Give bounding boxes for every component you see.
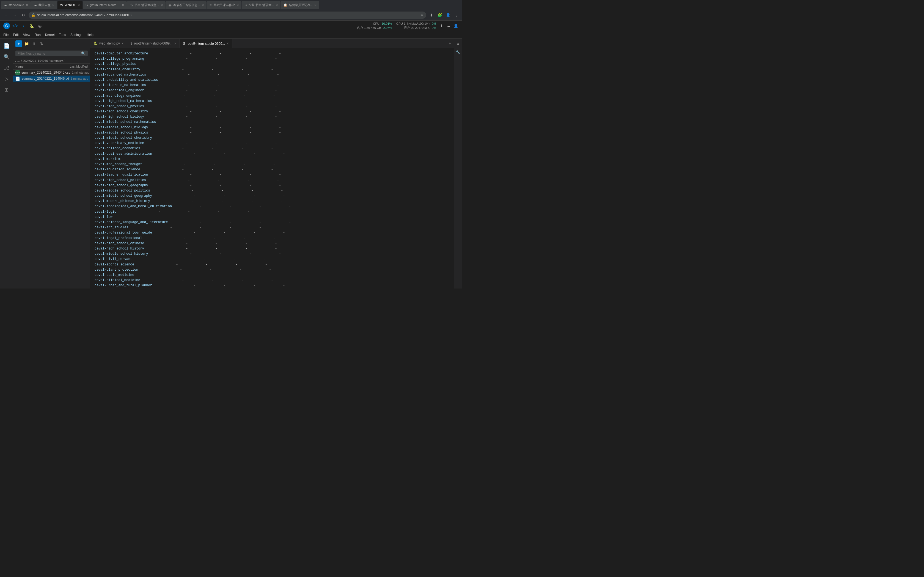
activity-git[interactable]: ⎇ xyxy=(2,63,11,73)
search-input[interactable] xyxy=(18,52,79,55)
term-key: ceval-urban_and_rural_planner xyxy=(95,283,152,288)
filter-box[interactable]: 🔍 xyxy=(15,50,88,56)
browser-tab-t2[interactable]: ☁我的云盘✕ xyxy=(31,1,57,9)
menu-item-help[interactable]: Help xyxy=(84,32,96,37)
mem-value: 2.97% xyxy=(383,26,392,30)
browser-tab-t8[interactable]: C作业:书生·浦语大...✕ xyxy=(242,1,280,9)
table-row: ceval-probability_and_statistics - - - - xyxy=(95,77,449,83)
browser-tab-t5[interactable]: 书书生·浦语大模型...✕ xyxy=(127,1,166,9)
upload-server-icon[interactable]: ⬆ xyxy=(438,23,444,29)
close-icon[interactable]: ✕ xyxy=(174,42,176,45)
back-button[interactable]: ← xyxy=(2,11,9,19)
activity-extensions[interactable]: ⊞ xyxy=(2,85,11,95)
term-key: ceval-high_school_chinese xyxy=(95,241,144,246)
term-key: ceval-metrology_engineer xyxy=(95,93,142,98)
modified-column-header: Last Modified xyxy=(70,65,88,68)
browser-tab-t6[interactable]: 春春节卷王专场信息...✕ xyxy=(166,1,207,9)
right-panel: ⚙ 🔧 xyxy=(454,39,462,288)
editor-tab-2[interactable]: $ root@intern-studio-0609...✕ xyxy=(180,39,233,48)
table-row: ceval-middle_school_biology - - - - xyxy=(95,125,449,130)
refresh-button[interactable]: ↻ xyxy=(39,40,45,47)
term-key: ceval-art_studies xyxy=(95,225,128,230)
menu-item-kernel[interactable]: Kernel xyxy=(43,32,57,37)
download-icon[interactable]: ⬇ xyxy=(428,11,435,19)
menu-item-view[interactable]: View xyxy=(21,32,32,37)
term-key: ceval-high_school_biology xyxy=(95,114,144,119)
table-row: ceval-education_science - - - - xyxy=(95,167,449,172)
activity-search[interactable]: 🔍 xyxy=(2,52,11,62)
new-file-button[interactable]: + xyxy=(15,40,22,47)
term-key: ceval-college_economics xyxy=(95,146,140,151)
menu-item-file[interactable]: File xyxy=(1,32,11,37)
activity-files[interactable]: 📄 xyxy=(2,41,11,51)
python-icon[interactable]: 🐍 xyxy=(29,23,35,29)
term-key: ceval-sports_science xyxy=(95,262,134,268)
table-row: ceval-chinese_language_and_literature - … xyxy=(95,220,449,225)
editor-tab-0[interactable]: 🐍 web_demo.py✕ xyxy=(90,39,127,48)
terminal-content[interactable]: ceval-computer_architecture - - - -ceval… xyxy=(90,48,454,288)
file-item-summary_20240221_194046.csv[interactable]: CSVsummary_20240221_194046.csv1 minute a… xyxy=(13,69,90,76)
activity-run[interactable]: ▷ xyxy=(2,74,11,84)
browser-tab-t7[interactable]: ✏第六节课—作业✕ xyxy=(207,1,241,9)
upload-button[interactable]: ⬆ xyxy=(31,40,37,47)
term-key: ceval-basic_medicine xyxy=(95,272,134,278)
editor-tab-1[interactable]: $ root@intern-studio-0609...✕ xyxy=(127,39,180,48)
panel-btn-2[interactable]: 🔧 xyxy=(455,49,461,55)
table-row: ceval-business_administration - - - - xyxy=(95,152,449,156)
extension-icon[interactable]: 🧩 xyxy=(436,11,443,19)
gpu-stats: GPU-1: Nvidia A100(1/4) 0% 显存 0 / 20470 … xyxy=(396,22,436,30)
browser-tab-t3[interactable]: WWebIDE✕ xyxy=(58,1,82,9)
close-icon[interactable]: ✕ xyxy=(121,42,124,45)
term-key: ceval-high_school_geography xyxy=(95,183,148,188)
term-key: ceval-middle_school_history xyxy=(95,251,148,256)
menu-icon[interactable]: ⋮ xyxy=(453,11,460,19)
table-row: ceval-high_school_biology - - - - xyxy=(95,114,449,119)
browser-tab-t9[interactable]: 📋结营学员登记表...✕ xyxy=(281,1,319,9)
new-folder-button[interactable]: 📁 xyxy=(23,40,30,47)
menu-item-tabs[interactable]: Tabs xyxy=(57,32,68,37)
file-item-summary_20240221_194046.txt[interactable]: 📄summary_20240221_194046.txt1 minute ago xyxy=(13,76,90,82)
profile-icon[interactable]: 👤 xyxy=(444,11,452,19)
menu-item-edit[interactable]: Edit xyxy=(11,32,21,37)
reload-button[interactable]: ↻ xyxy=(20,11,27,19)
git-icon[interactable]: › xyxy=(20,23,26,29)
menu-item-run[interactable]: Run xyxy=(32,32,43,37)
term-key: ceval-middle_school_biology xyxy=(95,125,148,130)
table-row: ceval-professional_tour_guide - - - - xyxy=(95,230,449,235)
file-list-header[interactable]: Name Last Modified xyxy=(13,64,90,69)
new-tab-button[interactable]: + xyxy=(453,1,461,9)
add-tab-button[interactable]: + xyxy=(446,39,454,48)
table-row: ceval-college_physics - - - - xyxy=(95,61,449,67)
editor-tab-bar: 🐍 web_demo.py✕$ root@intern-studio-0609.… xyxy=(90,39,454,48)
compass-icon[interactable]: ◎ xyxy=(37,23,43,29)
table-row: ceval-middle_school_chemistry - - - - xyxy=(95,135,449,141)
cpu-stats: CPU 10.01% 内存 1.66 / 56 GB 2.97% xyxy=(357,22,392,30)
user-settings-icon[interactable]: 👤 xyxy=(453,23,459,29)
table-row: ceval-mao_zedong_thought - - - - xyxy=(95,162,449,167)
term-key: ceval-education_science xyxy=(95,167,140,172)
file-name: summary_20240221_194046.txt xyxy=(22,77,69,81)
panel-btn-1[interactable]: ⚙ xyxy=(455,41,461,47)
browser-tab-t1[interactable]: ☁stone-cloud✕ xyxy=(1,1,31,9)
term-key: ceval-modern_chinese_history xyxy=(95,199,150,204)
mem-label: 内存 1.66 / 56 GB xyxy=(357,26,381,30)
editor-tab-label: web_demo.py xyxy=(99,42,120,45)
browser-tab-t4[interactable]: Ggithub InternLM/tutorial...✕ xyxy=(83,1,127,9)
term-key: ceval-mao_zedong_thought xyxy=(95,162,142,167)
ide-logo: ⬡ xyxy=(3,23,10,29)
cloud-icon[interactable]: ☁ xyxy=(446,23,452,29)
table-row: ceval-middle_school_geography - - - - xyxy=(95,193,449,199)
address-bar[interactable]: 🔒 studio.intern-ai.org.cn/console/trinit… xyxy=(29,11,426,19)
editor-area: 🐍 web_demo.py✕$ root@intern-studio-0609.… xyxy=(90,39,454,288)
term-key: ceval-middle_school_mathematics xyxy=(95,119,156,125)
file-date: 1 minute ago xyxy=(72,71,89,74)
menu-item-settings[interactable]: Settings xyxy=(68,32,84,37)
term-key: ceval-legal_professional xyxy=(95,236,142,241)
forward-button[interactable]: → xyxy=(11,11,18,19)
table-row: ceval-clinical_medicine - - - - xyxy=(95,278,449,283)
vscode-icon[interactable]: </> xyxy=(12,23,18,29)
table-row: ceval-logic - - - - xyxy=(95,210,449,214)
term-key: ceval-college_programming xyxy=(95,56,144,61)
table-row: ceval-teacher_qualification - - - - xyxy=(95,172,449,177)
close-icon[interactable]: ✕ xyxy=(226,42,229,45)
